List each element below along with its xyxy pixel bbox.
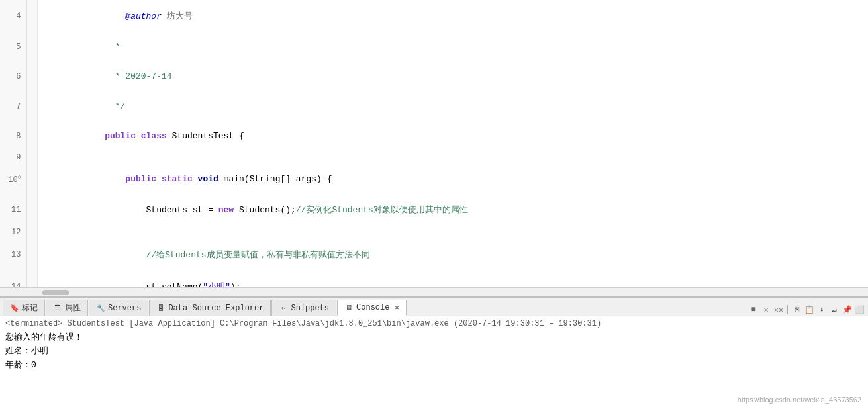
terminate-icon[interactable]: ✕ xyxy=(760,304,772,316)
console-icon: 🖥 xyxy=(344,303,354,312)
line-code: public class StudentsTest { xyxy=(37,121,868,151)
snippets-icon: ✂ xyxy=(279,304,288,313)
tab-snippets-label: Snippets xyxy=(291,304,329,313)
line-gutter xyxy=(26,194,37,226)
table-row: 7 */ xyxy=(0,91,868,121)
line-code: * xyxy=(37,32,868,62)
horizontal-scrollbar[interactable] xyxy=(0,287,868,296)
console-content: <terminated> StudentsTest [Java Applicat… xyxy=(0,316,868,409)
line-code: * 2020-7-14 xyxy=(37,62,868,91)
properties-icon: ☰ xyxy=(53,304,62,313)
editor-area: 4 @author 坊大号 5 * 6 xyxy=(0,0,868,296)
line-gutter xyxy=(26,239,37,271)
line-number: 4 xyxy=(0,0,26,32)
table-row: 12 xyxy=(0,226,868,239)
wrap-icon[interactable]: ↵ xyxy=(828,304,840,316)
tab-console[interactable]: 🖥 Console ✕ xyxy=(337,300,406,316)
copy-icon[interactable]: ⎘ xyxy=(791,304,802,316)
line-code xyxy=(37,151,868,164)
table-row: 9 xyxy=(0,151,868,164)
console-output: 您输入的年龄有误！ 姓名：小明 年龄：0 xyxy=(5,331,863,372)
line-code: */ xyxy=(37,91,868,121)
line-code xyxy=(37,226,868,239)
tabs-bar: 🔖 标记 ☰ 属性 🔧 Servers 🗄 Data Source Explor… xyxy=(0,298,868,316)
maximize-icon[interactable]: ⬜ xyxy=(853,304,865,316)
line-gutter xyxy=(26,91,37,121)
line-gutter xyxy=(26,271,37,287)
tab-datasource-label: Data Source Explorer xyxy=(168,304,264,313)
line-number: 5 xyxy=(0,32,26,62)
pin-icon[interactable]: 📌 xyxy=(841,304,853,316)
output-line-1: 您输入的年龄有误！ xyxy=(5,331,863,345)
scroll-lock-icon[interactable]: ⬇ xyxy=(816,304,828,316)
code-table: 4 @author 坊大号 5 * 6 xyxy=(0,0,868,287)
remove-all-icon[interactable]: ✕✕ xyxy=(773,304,785,316)
paste-icon[interactable]: 📋 xyxy=(803,304,815,316)
line-gutter xyxy=(26,151,37,164)
output-line-2: 姓名：小明 xyxy=(5,345,863,359)
tab-servers-label: Servers xyxy=(108,304,141,313)
line-number: 10⊖ xyxy=(0,164,26,194)
line-gutter xyxy=(26,164,37,194)
line-code: @author 坊大号 xyxy=(37,0,868,32)
line-number: 6 xyxy=(0,62,26,91)
table-row: 14 st.setName("小明"); xyxy=(0,271,868,287)
tabs-toolbar: ■ ✕ ✕✕ ⎘ 📋 ⬇ ↵ 📌 ⬜ xyxy=(745,304,868,316)
output-line-3: 年龄：0 xyxy=(5,359,863,373)
line-number: 14 xyxy=(0,271,26,287)
tab-snippets[interactable]: ✂ Snippets xyxy=(271,300,336,316)
tab-properties[interactable]: ☰ 属性 xyxy=(46,300,88,316)
line-number: 11 xyxy=(0,194,26,226)
console-close-icon[interactable]: ✕ xyxy=(395,304,399,312)
table-row: 4 @author 坊大号 xyxy=(0,0,868,32)
line-code: public static void main(String[] args) { xyxy=(37,164,868,194)
bottom-panel: 🔖 标记 ☰ 属性 🔧 Servers 🗄 Data Source Explor… xyxy=(0,296,868,409)
tab-properties-label: 属性 xyxy=(65,302,81,314)
toolbar-separator xyxy=(787,305,788,314)
line-gutter xyxy=(26,226,37,239)
line-number: 7 xyxy=(0,91,26,121)
tab-servers[interactable]: 🔧 Servers xyxy=(89,300,148,316)
scrollbar-thumb[interactable] xyxy=(42,290,69,295)
table-row: 6 * 2020-7-14 xyxy=(0,62,868,91)
line-code: st.setName("小明"); xyxy=(37,271,868,287)
table-row: 10⊖ public static void main(String[] arg… xyxy=(0,164,868,194)
servers-icon: 🔧 xyxy=(96,304,105,313)
tab-bookmarks-label: 标记 xyxy=(22,302,38,314)
table-row: 8 public class StudentsTest { xyxy=(0,121,868,151)
datasource-icon: 🗄 xyxy=(156,304,166,313)
line-gutter xyxy=(26,121,37,151)
line-number: 12 xyxy=(0,226,26,239)
console-header: <terminated> StudentsTest [Java Applicat… xyxy=(5,319,863,328)
line-number: 9 xyxy=(0,151,26,164)
bookmarks-icon: 🔖 xyxy=(10,304,19,313)
line-code: //给Students成员变量赋值，私有与非私有赋值方法不同 xyxy=(37,239,868,271)
line-gutter xyxy=(26,62,37,91)
watermark: https://blog.csdn.net/weixin_43573562 xyxy=(738,396,861,404)
tab-bookmarks[interactable]: 🔖 标记 xyxy=(3,300,45,316)
tab-console-label: Console xyxy=(356,303,389,312)
line-number: 13 xyxy=(0,239,26,271)
code-container[interactable]: 4 @author 坊大号 5 * 6 xyxy=(0,0,868,287)
line-gutter xyxy=(26,32,37,62)
line-code: Students st = new Students();//实例化Studen… xyxy=(37,194,868,226)
table-row: 11 Students st = new Students();//实例化Stu… xyxy=(0,194,868,226)
table-row: 5 * xyxy=(0,32,868,62)
line-number: 8 xyxy=(0,121,26,151)
line-gutter xyxy=(26,0,37,32)
tab-datasource[interactable]: 🗄 Data Source Explorer xyxy=(149,300,271,316)
table-row: 13 //给Students成员变量赋值，私有与非私有赋值方法不同 xyxy=(0,239,868,271)
stop-icon[interactable]: ■ xyxy=(747,304,759,316)
console-terminated-text: <terminated> StudentsTest [Java Applicat… xyxy=(5,319,601,328)
